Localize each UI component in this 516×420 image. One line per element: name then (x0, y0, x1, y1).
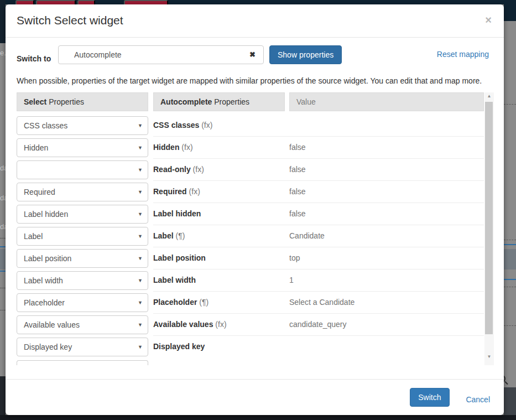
chevron-down-icon: ▼ (138, 139, 143, 157)
target-widget-input[interactable] (58, 45, 264, 64)
background-divider (504, 279, 516, 280)
source-property-select[interactable]: Label position▼ (17, 249, 148, 268)
property-row: ▼Read-only (fx)false (17, 159, 494, 181)
property-row: CSS classes▼CSS classes (fx) (17, 115, 494, 137)
properties-table: Select Properties Autocomplete Propertie… (17, 92, 494, 365)
background-divider (0, 238, 6, 238)
close-icon[interactable]: × (485, 14, 492, 25)
selected-option-label: Label position (24, 254, 71, 263)
property-value: false (289, 181, 484, 203)
property-value: false (289, 159, 484, 181)
dialog-title: Switch Select widget (17, 14, 490, 27)
background-block (504, 387, 516, 415)
property-row: Required▼Required (fx)false (17, 181, 494, 203)
background-fragment: da (0, 164, 6, 172)
property-value: 1 (289, 269, 484, 292)
value-header: Value (289, 92, 484, 111)
chevron-down-icon: ▼ (138, 250, 143, 267)
property-row: Label position▼Label positiontop (17, 247, 494, 269)
source-properties-header: Select Properties (17, 92, 148, 111)
property-value: false (289, 137, 484, 159)
property-value (289, 336, 484, 358)
property-row: Label width▼Label width1 (17, 269, 494, 292)
source-property-select[interactable]: Label hidden▼ (17, 205, 148, 224)
source-property-select[interactable]: Label▼ (17, 227, 148, 246)
cancel-link[interactable]: Cancel (466, 395, 490, 404)
target-property-name: Label (¶) (153, 225, 289, 247)
background-divider (0, 288, 6, 288)
selected-option-label: Available values (24, 320, 80, 329)
switch-to-label: Switch to (17, 54, 51, 63)
selected-option-label: Required (24, 188, 55, 196)
background-divider (504, 325, 516, 326)
source-property-select[interactable]: Displayed key▼ (17, 338, 148, 356)
source-property-select[interactable]: Hidden▼ (17, 138, 148, 157)
background-band (504, 249, 516, 269)
scrollbar-down-icon[interactable]: ▼ (486, 354, 492, 359)
selected-option-label: Hidden (24, 143, 48, 152)
background-divider (0, 246, 6, 247)
source-property-select[interactable]: Label width▼ (17, 271, 148, 290)
reset-mapping-link[interactable]: Reset mapping (437, 50, 489, 59)
selected-option-label: Label width (24, 276, 63, 285)
mapping-description: When possible, properties of the target … (17, 76, 493, 85)
property-row: Hidden▼Hidden (fx)false (17, 137, 494, 159)
chevron-down-icon: ▼ (138, 227, 143, 245)
target-properties-header: Autocomplete Properties (153, 92, 285, 111)
scrollbar-up-icon[interactable]: ▲ (486, 94, 492, 98)
chevron-down-icon: ▼ (138, 183, 143, 201)
selected-option-label: Label hidden (24, 210, 68, 219)
scrollbar-thumb[interactable] (485, 102, 493, 334)
clear-input-icon[interactable]: ✖ (249, 50, 256, 59)
background-divider (0, 271, 6, 272)
switch-button[interactable]: Switch (410, 388, 449, 407)
selected-option-label: Placeholder (24, 298, 65, 307)
target-property-name: Read-only (fx) (153, 159, 289, 181)
selected-option-label: Label (24, 232, 43, 241)
chevron-down-icon: ▼ (138, 161, 143, 179)
table-header-row: Select Properties Autocomplete Propertie… (17, 92, 494, 111)
top-navigation-bar-left (0, 0, 6, 43)
property-value: candidate_query (289, 314, 484, 336)
background-fragment: da (0, 222, 6, 231)
target-property-name: Displayed key (153, 336, 289, 358)
chevron-down-icon: ▼ (138, 272, 143, 289)
property-value (289, 115, 484, 137)
property-row: Label hidden▼Label hiddenfalse (17, 203, 494, 225)
background-divider (504, 244, 516, 245)
chevron-down-icon: ▼ (138, 316, 143, 334)
property-value: false (289, 203, 484, 225)
background-divider (504, 240, 516, 240)
chevron-down-icon: ▼ (138, 338, 143, 356)
target-property-name: Label width (153, 269, 289, 292)
selected-option-label: CSS classes (24, 121, 67, 130)
chevron-down-icon: ▼ (138, 294, 143, 312)
source-property-select[interactable]: Available values▼ (17, 315, 148, 334)
background-band (0, 249, 6, 269)
target-property-name: CSS classes (fx) (153, 115, 289, 137)
background-divider (0, 310, 6, 310)
source-property-select[interactable]: Required▼ (17, 183, 148, 201)
target-property-name: Label hidden (153, 203, 289, 225)
switch-widget-dialog: Switch Select widget × Switch to ✖ Show … (6, 4, 504, 415)
background-divider (504, 104, 516, 105)
property-row: Available values▼Available values (fx)ca… (17, 314, 494, 336)
switch-to-row: Switch to ✖ Show properties Reset mappin… (6, 38, 504, 69)
target-property-name: Hidden (fx) (153, 137, 289, 159)
chevron-down-icon: ▼ (138, 117, 143, 134)
source-property-select[interactable]: CSS classes▼ (17, 116, 148, 135)
chevron-down-icon: ▼ (138, 205, 143, 223)
target-property-name: Label position (153, 247, 289, 269)
selected-option-label: Displayed key (24, 343, 72, 351)
background-divider (504, 287, 516, 287)
property-value: Candidate (289, 225, 484, 247)
dialog-footer: Switch Cancel (6, 379, 504, 415)
source-property-select[interactable]: Placeholder▼ (17, 293, 148, 312)
background-block (0, 376, 6, 415)
dialog-header: Switch Select widget × (6, 4, 504, 38)
property-value: top (289, 247, 484, 269)
target-property-name: Placeholder (¶) (153, 292, 289, 314)
source-property-select[interactable]: ▼ (17, 160, 148, 179)
property-row: Placeholder▼Placeholder (¶)Select a Cand… (17, 292, 494, 314)
show-properties-button[interactable]: Show properties (269, 45, 342, 64)
